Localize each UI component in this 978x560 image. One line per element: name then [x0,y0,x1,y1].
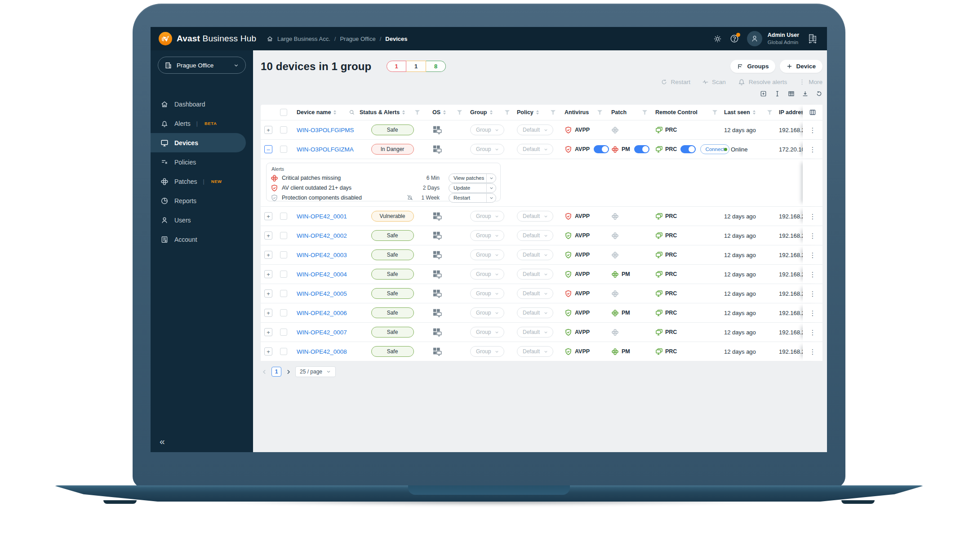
help-icon[interactable] [730,34,739,43]
restart-button[interactable]: Restart [449,193,496,203]
group-select[interactable]: Group [470,249,504,260]
expand-row-button[interactable]: + [264,328,272,336]
device-name-link[interactable]: WIN-OPE42_0007 [297,329,347,336]
count-warn[interactable]: 1 [406,61,426,72]
table-view-icon[interactable] [788,90,795,97]
group-select[interactable]: Group [470,288,504,299]
row-menu-icon[interactable]: ⋮ [809,213,816,220]
add-device-button[interactable]: Device [780,60,822,73]
remote-control-toggle[interactable] [680,145,696,153]
device-name-link[interactable]: WIN-OPE42_0005 [297,290,347,297]
expand-row-button[interactable]: + [264,309,272,317]
sidebar-item-dashboard[interactable]: Dashboard [151,94,253,114]
expand-row-button[interactable]: + [264,347,272,356]
expand-row-button[interactable]: + [264,126,272,134]
expand-row-button[interactable]: + [264,251,272,259]
refresh-icon[interactable] [816,90,822,97]
row-menu-icon[interactable]: ⋮ [809,232,816,239]
device-name-link[interactable]: WIN-OPE42_0002 [297,232,347,239]
row-checkbox[interactable] [280,232,287,239]
site-selector[interactable]: Prague Office [158,57,246,74]
policy-select[interactable]: Default [517,211,553,222]
expand-row-button[interactable]: + [264,270,272,278]
filter-icon[interactable] [505,110,510,115]
update-button[interactable]: Update [449,183,496,193]
prev-page-icon[interactable] [262,369,267,375]
row-checkbox[interactable] [280,146,287,153]
group-select[interactable]: Group [470,307,504,318]
sort-icon[interactable] [536,110,539,115]
user-info[interactable]: Admin User Global Admin [768,32,799,45]
filter-icon[interactable] [712,110,717,115]
device-name-link[interactable]: WIN-OPE42_0003 [297,252,347,258]
policy-select[interactable]: Default [517,230,553,241]
home-icon[interactable] [267,36,273,42]
row-checkbox[interactable] [280,309,287,316]
breadcrumb-item[interactable]: Large Business Acc. [277,36,330,42]
policy-select[interactable]: Default [517,307,553,318]
row-checkbox[interactable] [280,348,287,355]
sort-icon[interactable] [443,110,446,115]
sidebar-item-reports[interactable]: Reports [151,191,253,210]
row-menu-icon[interactable]: ⋮ [809,271,816,278]
row-checkbox[interactable] [280,290,287,297]
policy-select[interactable]: Default [517,288,553,299]
groups-button[interactable]: Groups [730,60,775,73]
settings-gear-icon[interactable] [713,35,722,43]
row-checkbox[interactable] [280,251,287,258]
sidebar-item-account[interactable]: Account [151,230,253,249]
expand-row-button[interactable]: + [264,289,272,298]
export-icon[interactable] [802,90,809,97]
device-name-link[interactable]: WIN-O3POLFGIZMA [297,146,354,153]
group-select[interactable]: Group [470,144,504,155]
policy-select[interactable]: Default [517,249,553,260]
chevron-down-icon[interactable] [486,184,496,192]
resolve-alerts-action[interactable]: Resolve alerts [738,78,787,86]
policy-select[interactable]: Default [517,327,553,338]
antivirus-toggle[interactable] [594,145,609,153]
row-checkbox[interactable] [280,329,287,336]
row-menu-icon[interactable]: ⋮ [809,348,816,355]
patch-toggle[interactable] [634,145,649,153]
sidebar-item-patches[interactable]: Patches|NEW [151,172,253,191]
collapse-row-button[interactable]: – [264,145,272,153]
row-menu-icon[interactable]: ⋮ [809,252,816,258]
group-select[interactable]: Group [470,269,504,280]
device-name-link[interactable]: WIN-OPE42_0006 [297,310,347,316]
select-all-checkbox[interactable] [280,109,287,116]
sidebar-item-devices[interactable]: Devices [151,133,246,152]
filter-icon[interactable] [551,110,556,115]
sort-icon[interactable] [402,110,405,115]
row-checkbox[interactable] [280,126,287,133]
next-page-icon[interactable] [285,369,291,375]
count-safe[interactable]: 8 [426,61,446,72]
chevron-down-icon[interactable] [486,174,496,182]
scan-action[interactable]: Scan [702,79,726,85]
row-checkbox[interactable] [280,271,287,278]
filter-icon[interactable] [457,110,462,115]
sidebar-item-policies[interactable]: Policies [151,152,253,172]
restart-action[interactable]: Restart [661,79,690,85]
sidebar-item-users[interactable]: Users [151,210,253,230]
filter-icon[interactable] [597,110,602,115]
filter-icon[interactable] [767,110,772,115]
device-name-link[interactable]: WIN-OPE42_0001 [297,213,347,220]
avatar[interactable] [747,31,762,46]
device-name-link[interactable]: WIN-O3POLFGIPMS [297,127,354,133]
policy-select[interactable]: Default [517,269,553,280]
device-name-link[interactable]: WIN-OPE42_0004 [297,271,347,278]
text-cursor-icon[interactable] [774,90,781,97]
filter-icon[interactable] [415,110,420,115]
page-size-select[interactable]: 25 / page [295,366,336,377]
policy-select[interactable]: Default [517,346,553,357]
filter-icon[interactable] [642,110,647,115]
sort-icon[interactable] [753,110,756,115]
expand-row-button[interactable]: + [264,231,272,240]
column-picker-icon[interactable] [809,109,816,116]
row-menu-icon[interactable]: ⋮ [809,146,816,153]
group-select[interactable]: Group [470,230,504,241]
group-select[interactable]: Group [470,327,504,338]
more-action[interactable]: More [799,79,822,85]
group-select[interactable]: Group [470,124,504,135]
sidebar-collapse-button[interactable]: « [160,436,165,447]
